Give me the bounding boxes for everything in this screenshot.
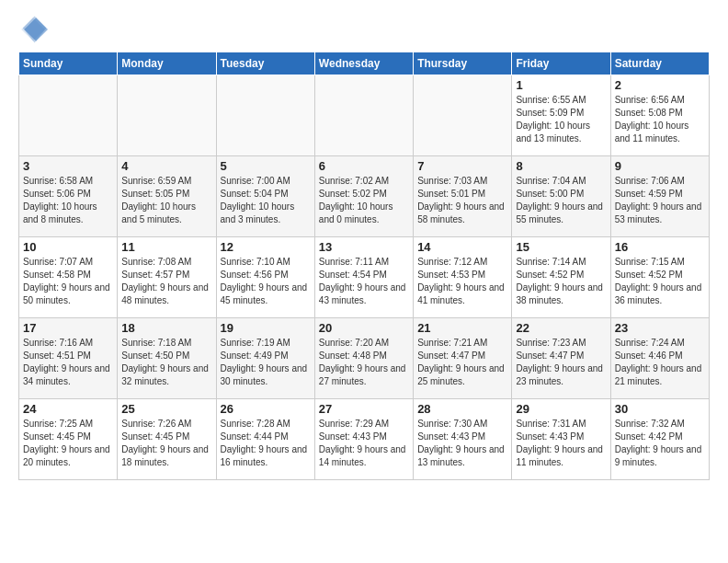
weekday-header-thursday: Thursday xyxy=(414,52,512,75)
cell-text: Sunrise: 7:06 AM xyxy=(615,175,705,188)
day-number: 17 xyxy=(23,321,113,335)
cell-text: Sunrise: 7:14 AM xyxy=(516,256,606,269)
cell-text: Daylight: 9 hours and 34 minutes. xyxy=(23,362,113,388)
day-number: 8 xyxy=(516,159,606,173)
cell-text: Sunrise: 7:15 AM xyxy=(615,256,705,269)
calendar-cell: 25Sunrise: 7:26 AMSunset: 4:45 PMDayligh… xyxy=(118,399,216,480)
cell-text: Daylight: 9 hours and 9 minutes. xyxy=(615,443,705,469)
cell-text: Sunset: 4:47 PM xyxy=(516,350,606,362)
cell-text: Sunset: 4:47 PM xyxy=(417,350,507,362)
cell-text: Daylight: 9 hours and 21 minutes. xyxy=(615,362,705,388)
calendar-cell: 20Sunrise: 7:20 AMSunset: 4:48 PMDayligh… xyxy=(314,318,413,399)
logo-icon xyxy=(18,15,48,44)
calendar-cell: 16Sunrise: 7:15 AMSunset: 4:52 PMDayligh… xyxy=(610,237,709,318)
day-number: 15 xyxy=(516,240,606,254)
cell-text: Sunset: 5:04 PM xyxy=(221,188,311,201)
cell-text: Sunset: 5:05 PM xyxy=(121,188,211,201)
cell-text: Sunset: 4:56 PM xyxy=(221,269,311,282)
cell-text: Daylight: 9 hours and 20 minutes. xyxy=(23,443,113,469)
calendar-cell: 2Sunrise: 6:56 AMSunset: 5:08 PMDaylight… xyxy=(610,75,709,156)
cell-text: Sunrise: 7:18 AM xyxy=(121,337,211,350)
cell-text: Sunrise: 7:07 AM xyxy=(23,256,113,269)
calendar-cell xyxy=(118,75,216,156)
cell-text: Daylight: 9 hours and 16 minutes. xyxy=(221,443,311,469)
calendar-cell: 4Sunrise: 6:59 AMSunset: 5:05 PMDaylight… xyxy=(118,156,216,237)
cell-text: Daylight: 9 hours and 41 minutes. xyxy=(417,282,507,307)
day-number: 19 xyxy=(221,321,311,335)
calendar-cell: 15Sunrise: 7:14 AMSunset: 4:52 PMDayligh… xyxy=(512,237,610,318)
calendar-cell xyxy=(19,75,118,156)
cell-text: Daylight: 9 hours and 45 minutes. xyxy=(221,282,311,307)
day-number: 7 xyxy=(417,159,507,173)
calendar-cell: 11Sunrise: 7:08 AMSunset: 4:57 PMDayligh… xyxy=(118,237,216,318)
calendar-cell: 29Sunrise: 7:31 AMSunset: 4:43 PMDayligh… xyxy=(512,399,610,480)
calendar-week-5: 24Sunrise: 7:25 AMSunset: 4:45 PMDayligh… xyxy=(19,399,710,480)
cell-text: Daylight: 10 hours and 8 minutes. xyxy=(23,201,113,226)
calendar-cell: 18Sunrise: 7:18 AMSunset: 4:50 PMDayligh… xyxy=(118,318,216,399)
cell-text: Daylight: 9 hours and 43 minutes. xyxy=(319,282,409,307)
cell-text: Sunrise: 7:16 AM xyxy=(23,337,113,350)
calendar-cell: 8Sunrise: 7:04 AMSunset: 5:00 PMDaylight… xyxy=(512,156,610,237)
cell-text: Sunset: 4:49 PM xyxy=(221,350,311,362)
day-number: 2 xyxy=(615,78,705,92)
cell-text: Daylight: 9 hours and 48 minutes. xyxy=(121,282,211,307)
day-number: 11 xyxy=(121,240,211,254)
cell-text: Sunrise: 7:08 AM xyxy=(121,256,211,269)
cell-text: Sunset: 5:01 PM xyxy=(417,188,507,201)
day-number: 12 xyxy=(221,240,311,254)
day-number: 26 xyxy=(221,402,311,416)
cell-text: Sunrise: 6:58 AM xyxy=(23,175,113,188)
day-number: 9 xyxy=(615,159,705,173)
cell-text: Sunrise: 6:56 AM xyxy=(615,94,705,107)
cell-text: Sunrise: 7:02 AM xyxy=(319,175,409,188)
day-number: 18 xyxy=(121,321,211,335)
calendar-cell xyxy=(414,75,512,156)
day-number: 29 xyxy=(516,402,606,416)
cell-text: Sunrise: 7:30 AM xyxy=(417,418,507,431)
cell-text: Daylight: 9 hours and 25 minutes. xyxy=(417,362,507,388)
cell-text: Daylight: 9 hours and 58 minutes. xyxy=(417,201,507,226)
cell-text: Sunset: 5:00 PM xyxy=(516,188,606,201)
cell-text: Daylight: 9 hours and 38 minutes. xyxy=(516,282,606,307)
cell-text: Sunset: 4:53 PM xyxy=(417,269,507,282)
weekday-header-friday: Friday xyxy=(512,52,610,75)
calendar-week-2: 3Sunrise: 6:58 AMSunset: 5:06 PMDaylight… xyxy=(19,156,710,237)
day-number: 24 xyxy=(23,402,113,416)
cell-text: Sunset: 4:59 PM xyxy=(615,188,705,201)
cell-text: Sunset: 4:43 PM xyxy=(417,431,507,443)
cell-text: Daylight: 9 hours and 14 minutes. xyxy=(319,443,409,469)
cell-text: Daylight: 9 hours and 11 minutes. xyxy=(516,443,606,469)
weekday-header-wednesday: Wednesday xyxy=(314,52,413,75)
cell-text: Daylight: 10 hours and 11 minutes. xyxy=(615,120,705,145)
calendar-cell: 7Sunrise: 7:03 AMSunset: 5:01 PMDaylight… xyxy=(414,156,512,237)
day-number: 1 xyxy=(516,78,606,92)
day-number: 27 xyxy=(319,402,409,416)
cell-text: Sunrise: 7:03 AM xyxy=(417,175,507,188)
day-number: 23 xyxy=(615,321,705,335)
cell-text: Sunset: 4:43 PM xyxy=(319,431,409,443)
calendar-cell: 28Sunrise: 7:30 AMSunset: 4:43 PMDayligh… xyxy=(414,399,512,480)
day-number: 16 xyxy=(615,240,705,254)
calendar-cell: 14Sunrise: 7:12 AMSunset: 4:53 PMDayligh… xyxy=(414,237,512,318)
cell-text: Sunset: 5:06 PM xyxy=(23,188,113,201)
cell-text: Sunrise: 7:28 AM xyxy=(221,418,311,431)
cell-text: Sunrise: 6:55 AM xyxy=(516,94,606,107)
cell-text: Daylight: 9 hours and 23 minutes. xyxy=(516,362,606,388)
cell-text: Daylight: 10 hours and 0 minutes. xyxy=(319,201,409,226)
calendar-week-1: 1Sunrise: 6:55 AMSunset: 5:09 PMDaylight… xyxy=(19,75,710,156)
cell-text: Sunset: 4:58 PM xyxy=(23,269,113,282)
calendar-cell: 24Sunrise: 7:25 AMSunset: 4:45 PMDayligh… xyxy=(19,399,118,480)
calendar-header-row: SundayMondayTuesdayWednesdayThursdayFrid… xyxy=(19,52,710,75)
cell-text: Daylight: 9 hours and 18 minutes. xyxy=(121,443,211,469)
page-header xyxy=(18,15,710,44)
cell-text: Sunrise: 7:04 AM xyxy=(516,175,606,188)
cell-text: Sunrise: 7:26 AM xyxy=(121,418,211,431)
weekday-header-sunday: Sunday xyxy=(19,52,118,75)
cell-text: Sunrise: 7:24 AM xyxy=(615,337,705,350)
cell-text: Daylight: 9 hours and 27 minutes. xyxy=(319,362,409,388)
cell-text: Sunset: 5:08 PM xyxy=(615,107,705,120)
calendar-cell: 17Sunrise: 7:16 AMSunset: 4:51 PMDayligh… xyxy=(19,318,118,399)
cell-text: Sunrise: 7:32 AM xyxy=(615,418,705,431)
day-number: 25 xyxy=(121,402,211,416)
day-number: 3 xyxy=(23,159,113,173)
